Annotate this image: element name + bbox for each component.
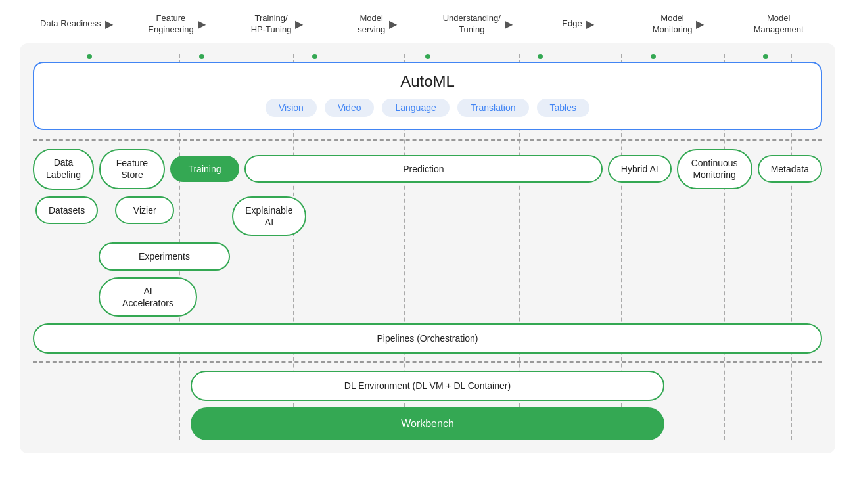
pill-ai-accelerators: AIAccelerators xyxy=(99,277,197,317)
pill-prediction: Prediction xyxy=(244,155,603,183)
diagram-container: Data Readiness ▶ FeatureEngineering ▶ Tr… xyxy=(0,0,855,504)
pill-data-labeling: DataLabeling xyxy=(33,149,94,190)
pill-pipelines: Pipelines (Orchestration) xyxy=(33,323,822,354)
pill-workbench: Workbench xyxy=(191,407,664,440)
pipeline-step-data-readiness: Data Readiness ▶ xyxy=(26,18,127,30)
arrow-1: ▶ xyxy=(105,18,113,30)
automl-chip-tables: Tables xyxy=(537,99,589,117)
pill-hybrid-ai: Hybrid AI xyxy=(608,155,672,183)
automl-chips: Vision Video Language Translation Tables xyxy=(47,99,808,117)
pill-training: Training xyxy=(170,156,239,182)
automl-title: AutoML xyxy=(47,72,808,91)
pill-vizier: Vizier xyxy=(115,196,174,224)
arrow-2: ▶ xyxy=(198,18,206,30)
pipeline-header: Data Readiness ▶ FeatureEngineering ▶ Tr… xyxy=(20,13,835,35)
h-divider-2 xyxy=(33,361,822,363)
automl-chip-language: Language xyxy=(382,99,449,117)
feature-row-4: AIAccelerators xyxy=(99,277,822,317)
pill-continuous-monitoring: ContinuousMonitoring xyxy=(677,149,752,189)
pipeline-step-training: Training/HP-Tuning ▶ xyxy=(227,13,327,35)
arrow-4: ▶ xyxy=(389,18,397,30)
pipeline-step-understanding: Understanding/Tuning ▶ xyxy=(428,13,528,35)
feature-row-1: DataLabeling FeatureStore Training Predi… xyxy=(33,149,822,190)
arrow-5: ▶ xyxy=(505,18,513,30)
pipeline-step-edge: Edge ▶ xyxy=(528,18,628,30)
pipeline-step-model-serving: Modelserving ▶ xyxy=(327,13,428,35)
pipeline-step-feature-eng: FeatureEngineering ▶ xyxy=(127,13,227,35)
automl-chip-vision: Vision xyxy=(266,99,317,117)
pill-feature-store: FeatureStore xyxy=(99,149,165,189)
feature-row-3: Experiments xyxy=(99,242,822,270)
pill-explainable-ai: ExplainableAI xyxy=(232,196,306,236)
explainable-container: ExplainableAI xyxy=(179,196,822,236)
main-area: AutoML Vision Video Language Translation… xyxy=(20,43,835,454)
arrow-6: ▶ xyxy=(586,18,594,30)
dl-env-container: DL Environment (DL VM + DL Container) xyxy=(191,371,664,401)
automl-box: AutoML Vision Video Language Translation… xyxy=(33,62,822,130)
pipelines-row: Pipelines (Orchestration) xyxy=(33,323,822,354)
pill-metadata: Metadata xyxy=(758,155,822,183)
arrow-7: ▶ xyxy=(696,18,704,30)
pipeline-step-model-management: ModelManagement xyxy=(728,13,829,35)
h-divider-1 xyxy=(33,139,822,141)
workbench-container: Workbench xyxy=(191,407,664,440)
bottom-section: DL Environment (DL VM + DL Container) Wo… xyxy=(33,371,822,440)
pill-dl-environment: DL Environment (DL VM + DL Container) xyxy=(191,371,664,401)
feature-row-2: Datasets Vizier ExplainableAI xyxy=(35,196,822,236)
pill-datasets: Datasets xyxy=(35,196,98,224)
automl-chip-video: Video xyxy=(325,99,375,117)
pill-experiments: Experiments xyxy=(99,242,230,270)
pipeline-step-model-monitoring: ModelMonitoring ▶ xyxy=(628,13,729,35)
automl-chip-translation: Translation xyxy=(457,99,529,117)
diagram-inner: AutoML Vision Video Language Translation… xyxy=(33,54,822,441)
arrow-3: ▶ xyxy=(295,18,303,30)
